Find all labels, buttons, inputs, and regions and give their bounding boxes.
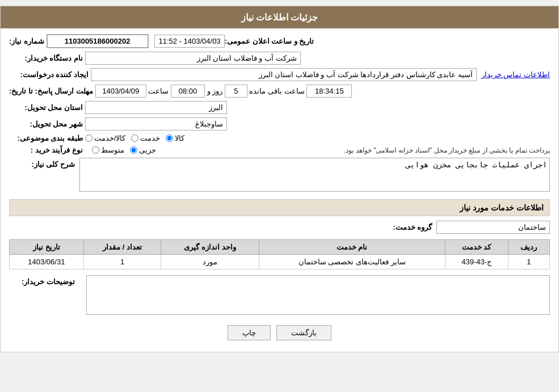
creator-value: آسیه عابدی کارشناس دفتر قراردادها شرکت آ…	[91, 68, 477, 81]
city-row: ساوجبلاغ شهر محل تحویل:	[9, 117, 550, 130]
main-content: تاریخ و ساعت اعلان عمومی: 1403/04/03 - 1…	[1, 28, 558, 352]
deadline-label: مهلت ارسال پاسخ: تا تاریخ:	[9, 87, 93, 95]
service-group-row: ساختمان گروه خدمت:	[9, 221, 550, 234]
category-goods-radio[interactable]	[166, 134, 173, 142]
process-medium-radio[interactable]	[92, 146, 99, 154]
announce-date-value: 1403/04/03 - 11:52	[154, 35, 224, 48]
service-group-label: گروه خدمت:	[366, 223, 434, 231]
buyer-notes-row: توضیحات خریدار:	[9, 275, 550, 317]
need-number-label: شماره نیاز:	[9, 37, 44, 45]
cell-unit: مورد	[161, 255, 259, 269]
category-goods-service-item: کالا/خدمت	[85, 134, 126, 142]
general-description-textarea[interactable]	[79, 158, 550, 192]
need-number-row: تاریخ و ساعت اعلان عمومی: 1403/04/03 - 1…	[9, 34, 550, 48]
category-service-item: خدمت	[131, 134, 160, 142]
process-partial-item: جزیی	[130, 146, 156, 154]
category-goods-service-label: کالا/خدمت	[94, 134, 126, 142]
page-title: جزئیات اطلاعات نیاز	[241, 12, 318, 22]
category-service-label: خدمت	[140, 134, 160, 142]
deadline-days: 5	[225, 85, 247, 98]
process-partial-label: جزیی	[139, 146, 156, 154]
col-date: تاریخ نیاز	[10, 240, 84, 255]
category-goods-item: کالا	[166, 134, 184, 142]
requester-org-value: شرکت آب و فاضلاب استان البرز	[85, 52, 301, 65]
cell-quantity: 1	[83, 255, 161, 269]
contact-info-link[interactable]: اطلاعات تماس خریدار	[481, 70, 550, 79]
buyer-notes-section: توضیحات خریدار:	[9, 275, 550, 317]
table-row: 1 ج-43-439 سایر فعالیت‌های تخصصی ساختمان…	[10, 255, 550, 269]
general-description-content: // Set textarea value after page loads d…	[79, 158, 550, 193]
province-row: البرز استان محل تحویل:	[9, 101, 550, 114]
service-info-header: اطلاعات خدمات مورد نیاز	[9, 199, 550, 216]
category-goods-label: کالا	[175, 134, 184, 142]
general-description-label: شرح کلی نیاز:	[9, 158, 77, 168]
footer-buttons: بازگشت چاپ	[9, 325, 550, 340]
need-number-value: 1103005186000202	[47, 34, 149, 48]
deadline-day-label: روز و	[207, 87, 223, 95]
deadline-remaining-label: ساعت باقی مانده	[249, 87, 304, 95]
process-medium-item: متوسط	[92, 146, 124, 154]
cell-date: 1403/06/31	[10, 255, 84, 269]
process-row: پرداخت تمام یا بخشی از مبلغ خریداز محل "…	[9, 146, 550, 154]
page-header: جزئیات اطلاعات نیاز	[1, 6, 558, 28]
process-note: پرداخت تمام یا بخشی از مبلغ خریداز محل "…	[159, 146, 550, 154]
page-container: جزئیات اطلاعات نیاز تاریخ و ساعت اعلان ع…	[0, 6, 559, 352]
creator-label: ایجاد کننده درخواست:	[9, 70, 89, 79]
buyer-notes-label: توضیحات خریدار:	[9, 275, 77, 286]
general-description-row: // Set textarea value after page loads d…	[9, 158, 550, 193]
requester-org-row: شرکت آب و فاضلاب استان البرز نام دستگاه …	[9, 52, 550, 65]
service-group-value: ساختمان	[436, 221, 550, 234]
category-row: کالا/خدمت خدمت کالا طبقه بندی موضوعی:	[9, 134, 550, 142]
process-label: نوع فرآیند خرید :	[9, 146, 83, 154]
process-medium-label: متوسط	[101, 146, 124, 154]
category-radio-group: کالا/خدمت خدمت کالا	[85, 134, 185, 142]
category-goods-service-radio[interactable]	[85, 134, 93, 142]
creator-row: اطلاعات تماس خریدار آسیه عابدی کارشناس د…	[9, 68, 550, 81]
deadline-row: 18:34:15 ساعت باقی مانده 5 روز و 08:00 س…	[9, 85, 550, 98]
cell-service-code: ج-43-439	[445, 255, 508, 269]
deadline-date: 1403/04/09	[95, 85, 146, 98]
deadline-time: 08:00	[171, 85, 205, 98]
cell-row-num: 1	[508, 255, 549, 269]
buyer-notes-content	[86, 275, 550, 317]
services-table: ردیف کد خدمت نام خدمت واحد اندازه گیری ت…	[9, 239, 550, 269]
city-label: شهر محل تحویل:	[9, 120, 83, 128]
col-row-num: ردیف	[508, 240, 549, 255]
cell-service-name: سایر فعالیت‌های تخصصی ساختمان	[259, 255, 445, 269]
province-value: البرز	[85, 101, 227, 114]
category-label: طبقه بندی موضوعی:	[9, 134, 83, 142]
process-partial-radio[interactable]	[130, 146, 137, 154]
city-value: ساوجبلاغ	[85, 117, 227, 130]
col-service-code: کد خدمت	[445, 240, 508, 255]
process-radio-group: متوسط جزیی	[92, 146, 156, 154]
col-quantity: تعداد / مقدار	[83, 240, 161, 255]
requester-org-label: نام دستگاه خریدار:	[9, 54, 83, 62]
category-service-radio[interactable]	[131, 134, 138, 142]
col-unit: واحد اندازه گیری	[161, 240, 259, 255]
print-button[interactable]: چاپ	[228, 325, 271, 340]
table-header-row: ردیف کد خدمت نام خدمت واحد اندازه گیری ت…	[10, 240, 550, 255]
province-label: استان محل تحویل:	[9, 103, 83, 112]
buyer-notes-textarea[interactable]	[86, 275, 550, 315]
announce-date-label: تاریخ و ساعت اعلان عمومی:	[225, 37, 317, 45]
back-button[interactable]: بازگشت	[276, 325, 331, 340]
deadline-remaining: 18:34:15	[306, 85, 352, 98]
col-service-name: نام خدمت	[259, 240, 445, 255]
deadline-time-label: ساعت	[148, 87, 169, 95]
services-table-section: ردیف کد خدمت نام خدمت واحد اندازه گیری ت…	[9, 239, 550, 269]
